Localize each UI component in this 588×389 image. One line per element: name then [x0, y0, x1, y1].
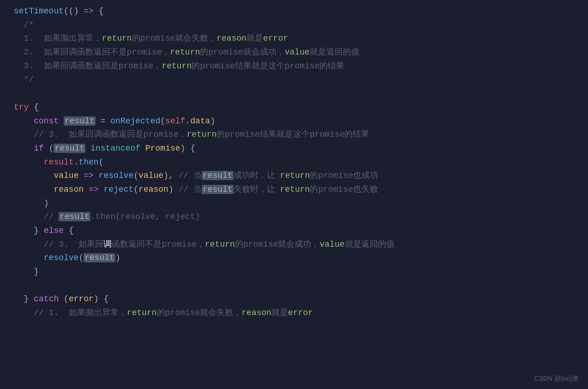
- code-line-9: // 3. 如果回调函数返回是promise，return的promise结果就…: [14, 128, 574, 142]
- code-line-16: } else {: [14, 224, 574, 238]
- code-editor: setTimeout(() => { /* 1. 如果抛出异常，return的p…: [0, 0, 588, 389]
- code-line-2: /*: [14, 18, 574, 32]
- code-line-4: 2. 如果回调函数返回不是promise，return的promise就会成功，…: [14, 46, 574, 60]
- code-line-11: result.then(: [14, 156, 574, 170]
- code-line-17: // 3. 如果回调函数返回不是promise，return的promise就会…: [14, 238, 574, 252]
- code-line-empty2: [14, 279, 574, 293]
- code-line-15: // result.then(resolve, reject): [14, 210, 574, 224]
- code-line-1: setTimeout(() => {: [14, 5, 574, 18]
- code-line-empty1: [14, 87, 574, 101]
- watermark: CSDN @(oo)磨: [534, 373, 579, 383]
- code-line-13: reason => reject(reason) // 当result失败时，让…: [14, 183, 574, 197]
- code-line-14: ): [14, 197, 574, 211]
- code-line-6: */: [14, 73, 574, 87]
- code-line-12: value => resolve(value), // 当result成功时，让…: [14, 169, 574, 183]
- code-line-19: }: [14, 265, 574, 279]
- code-line-21: } catch (error) {: [14, 292, 574, 306]
- code-line-22: // 1. 如果抛出异常，return的promise就会失败，reason就是…: [14, 306, 574, 320]
- code-line-18: resolve(result): [14, 251, 574, 265]
- code-line-3: 1. 如果抛出异常，return的promise就会失败，reason就是err…: [14, 32, 574, 46]
- code-line-8: const result = onRejected(self.data): [14, 115, 574, 128]
- code-line-5: 3. 如果回调函数返回是promise，return的promise结果就是这个…: [14, 60, 574, 73]
- code-line-10: if (result instanceof Promise) {: [14, 142, 574, 156]
- code-line-7: try {: [14, 101, 574, 115]
